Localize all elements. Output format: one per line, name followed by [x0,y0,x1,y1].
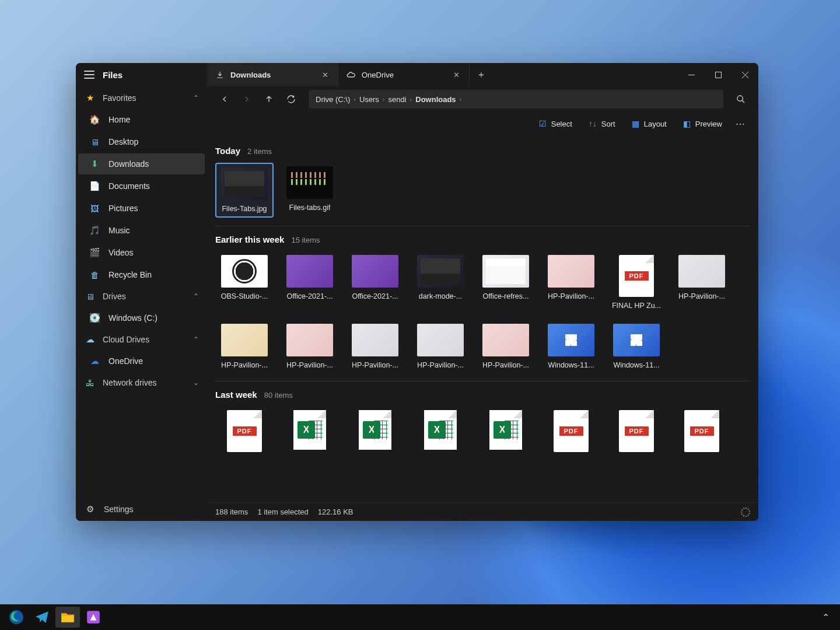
file-item[interactable]: HP-Pavilion-... [215,320,274,373]
file-item[interactable]: PDF [215,407,274,456]
layout-button[interactable]: ▦Layout [625,116,674,132]
sidebar-item-windows-c[interactable]: 💽Windows (C:) [78,307,205,328]
sidebar-section-network[interactable]: 🖧 Network drives ⌄ [76,372,207,393]
file-item[interactable]: Windows-11... [607,320,666,373]
group-count: 15 items [291,236,320,244]
sidebar: ★ Favorites ⌃ 🏠Home 🖥Desktop ⬇Downloads … [76,86,207,521]
file-item[interactable]: X [346,407,404,456]
search-button[interactable] [732,90,750,108]
sidebar-item-videos[interactable]: 🎬Videos [78,242,205,263]
file-item[interactable]: HP-Pavilion-... [477,320,535,373]
sidebar-item-desktop[interactable]: 🖥Desktop [78,131,205,152]
tab-onedrive[interactable]: OneDrive ✕ [338,63,470,86]
file-thumbnail [286,324,333,356]
sidebar-item-recycle[interactable]: 🗑Recycle Bin [78,264,205,285]
file-label: Files-Tabs.jpg [222,205,267,213]
file-thumbnail [678,255,725,288]
minimize-button[interactable] [678,63,705,86]
breadcrumb[interactable]: Drive (C:\)› Users› sendi› Downloads› [309,90,723,108]
new-tab-button[interactable]: ＋ [470,63,493,86]
file-label: HP-Pavilion-... [482,361,529,369]
file-item[interactable]: Files-Tabs.jpg [215,163,274,218]
file-item[interactable]: HP-Pavilion-... [411,320,470,373]
music-icon: 🎵 [89,225,100,236]
sidebar-settings[interactable]: ⚙ Settings [76,498,207,521]
sidebar-item-pictures[interactable]: 🖼Pictures [78,198,205,219]
close-button[interactable] [732,63,758,86]
sort-button[interactable]: ↑↓Sort [582,116,622,132]
sidebar-item-music[interactable]: 🎵Music [78,220,205,241]
taskbar-files[interactable] [55,607,80,628]
file-item[interactable]: Office-2021-... [346,251,404,313]
file-thumbnail [417,324,464,356]
group-title: Today [215,146,240,156]
file-item[interactable]: Files-tabs.gif [281,163,339,218]
file-item[interactable]: X [411,407,470,456]
loading-spinner-icon [741,508,750,517]
file-item[interactable]: HP-Pavilion-... [346,320,404,373]
taskbar-app[interactable] [81,607,106,628]
hamburger-menu-icon[interactable] [84,71,94,79]
group-title: Last week [215,390,257,400]
sidebar-item-onedrive[interactable]: ☁OneDrive [78,351,205,372]
sidebar-section-drives[interactable]: 🖥 Drives ⌃ [76,286,207,307]
tab-label: Downloads [230,71,314,79]
desktop-icon: 🖥 [89,136,100,148]
tab-close-icon[interactable]: ✕ [452,70,461,79]
chevron-up-icon: ⌃ [193,335,199,344]
file-item[interactable]: X [281,407,339,456]
file-item[interactable]: HP-Pavilion-... [673,251,731,313]
file-item[interactable]: PDF [607,407,666,456]
maximize-button[interactable] [705,63,732,86]
file-item[interactable]: PDF [542,407,600,456]
home-icon: 🏠 [89,114,100,125]
preview-button[interactable]: ◧Preview [676,116,729,132]
file-thumbnail [417,255,464,288]
file-item[interactable]: X [477,407,535,456]
file-list[interactable]: Today2 itemsFiles-Tabs.jpgFiles-tabs.gif… [207,135,758,502]
file-thumbnail [221,255,268,288]
file-item[interactable]: Windows-11... [542,320,600,373]
file-item[interactable]: PDF [673,407,731,456]
file-item[interactable]: Office-2021-... [281,251,339,313]
tab-close-icon[interactable]: ✕ [320,70,330,79]
file-item[interactable]: PDFFINAL HP Zu... [607,251,666,313]
group-title: Earlier this week [215,235,284,244]
file-item[interactable]: dark-mode-... [411,251,470,313]
taskbar-edge[interactable] [4,607,29,628]
select-button[interactable]: ☑Select [532,116,579,132]
forward-button[interactable] [237,90,256,108]
file-item[interactable]: HP-Pavilion-... [281,320,339,373]
tab-label: OneDrive [362,71,446,79]
system-tray[interactable]: ⌃ [815,612,836,623]
refresh-button[interactable] [282,90,300,108]
more-button[interactable]: ⋯ [732,114,750,133]
file-thumbnail [286,166,333,199]
file-item[interactable]: Office-refres... [477,251,535,313]
cloud-icon: ☁ [84,334,96,345]
download-icon [215,70,225,79]
tab-downloads[interactable]: Downloads ✕ [207,63,338,86]
onedrive-icon: ☁ [89,355,100,367]
cloud-icon [346,70,356,79]
file-thumbnail [221,167,268,200]
back-button[interactable] [215,90,234,108]
chevron-down-icon: ⌄ [193,379,199,387]
files-app-window: Files Downloads ✕ OneDrive ✕ ＋ ★ Fa [76,63,758,521]
sidebar-item-downloads[interactable]: ⬇Downloads [78,153,205,174]
sidebar-item-home[interactable]: 🏠Home [78,109,205,130]
sidebar-section-favorites[interactable]: ★ Favorites ⌃ [76,88,207,108]
file-label: Windows-11... [613,361,659,369]
content-area: Drive (C:\)› Users› sendi› Downloads› ☑S… [207,86,758,521]
file-item[interactable]: HP-Pavilion-... [542,251,600,313]
pdf-icon: PDF [684,410,719,452]
up-button[interactable] [260,90,278,108]
taskbar-telegram[interactable] [30,607,54,628]
tray-chevron-icon[interactable]: ⌃ [822,612,830,623]
svg-rect-1 [715,72,721,78]
sidebar-item-documents[interactable]: 📄Documents [78,176,205,197]
file-item[interactable]: OBS-Studio-... [215,251,274,313]
tabs-area: Downloads ✕ OneDrive ✕ ＋ [207,63,678,86]
sidebar-section-cloud[interactable]: ☁ Cloud Drives ⌃ [76,329,207,350]
preview-icon: ◧ [683,119,691,128]
